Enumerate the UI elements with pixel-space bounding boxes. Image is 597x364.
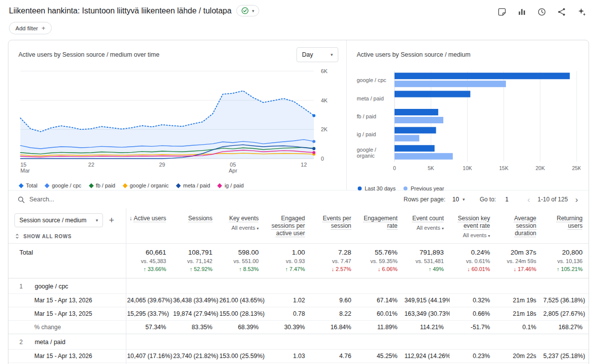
metric-cell: 163,349 (30.73%) xyxy=(403,307,450,321)
clock-icon[interactable] xyxy=(536,6,547,17)
empty-cell xyxy=(218,278,265,294)
pagination-range: 1-10 of 125 xyxy=(538,196,568,203)
metric-cell: 114.21% xyxy=(403,321,450,334)
legend-label: ig / paid xyxy=(224,182,244,188)
share-icon[interactable] xyxy=(556,6,567,17)
column-header[interactable]: Key eventsAll events ▾ xyxy=(218,208,265,244)
report-status-badge[interactable]: ▾ xyxy=(236,5,259,16)
metric-cell: 153.00 (25.59%) xyxy=(218,350,265,363)
show-all-rows-label: SHOW ALL ROWS xyxy=(23,234,72,239)
group-name: google / cpc xyxy=(35,283,68,290)
goto-page-input[interactable] xyxy=(501,196,513,203)
notes-icon[interactable] xyxy=(497,6,507,17)
column-header-label: Session key event rate xyxy=(458,215,490,229)
add-dimension-button[interactable]: + xyxy=(109,215,114,226)
empty-cell xyxy=(265,334,311,350)
column-header[interactable]: Engagement rate xyxy=(357,208,403,244)
empty-cell xyxy=(403,334,450,350)
metric-cell: 45.25% xyxy=(357,350,403,363)
column-header-label: Events per session xyxy=(323,215,351,229)
total-metric-cell: 20,800vs. 10,136↑ 105.21% xyxy=(542,244,589,278)
dimension-select-value: Session source / medium xyxy=(19,217,87,224)
column-header[interactable]: Average session duration xyxy=(496,208,542,244)
svg-text:12: 12 xyxy=(301,162,307,168)
legend-label: Previous year xyxy=(410,185,444,191)
interval-value: Day xyxy=(302,51,313,58)
empty-cell xyxy=(126,334,172,350)
svg-text:0: 0 xyxy=(393,165,396,171)
total-metric-cell: 7.28vs. 7.47↓ 2.57% xyxy=(311,244,357,278)
column-header[interactable]: ↓Active users xyxy=(126,208,172,244)
add-filter-button[interactable]: Add filter + xyxy=(9,22,52,34)
metric-cell: 9.60 xyxy=(311,294,357,307)
prev-page-button[interactable]: ‹ xyxy=(525,195,533,204)
total-change: ↑ 105.21% xyxy=(544,266,583,272)
svg-text:6K: 6K xyxy=(321,68,328,74)
dimension-header-cell: Session source / medium▾+SHOW ALL ROWS xyxy=(8,208,126,244)
bar-chart-title: Active users by Session source / medium xyxy=(357,47,471,58)
table-header-row: Session source / medium▾+SHOW ALL ROWS↓A… xyxy=(8,208,589,244)
group-row: 1google / cpc xyxy=(8,278,589,294)
insights-sparkle-icon[interactable] xyxy=(576,6,587,17)
column-header[interactable]: Events per session xyxy=(311,208,357,244)
search-input[interactable] xyxy=(29,196,139,203)
total-vs-value: vs. 0.93 xyxy=(267,258,305,264)
total-change: ↓ 60.01% xyxy=(452,266,490,272)
svg-text:25K: 25K xyxy=(572,165,581,171)
empty-cell xyxy=(357,278,403,294)
next-page-button[interactable]: › xyxy=(573,195,581,204)
group-index: 2 xyxy=(19,339,23,346)
column-header[interactable]: Returning users xyxy=(542,208,589,244)
total-vs-value: vs. 7.47 xyxy=(313,258,351,264)
column-header[interactable]: Event countAll events ▾ xyxy=(403,208,450,244)
column-header[interactable]: Sessions xyxy=(172,208,218,244)
total-metric-cell: 791,893vs. 531,481↑ 49% xyxy=(403,244,450,278)
total-vs-value: vs. 24m 59s xyxy=(498,258,536,264)
bar-chart-icon[interactable] xyxy=(516,6,527,17)
row-label: % change xyxy=(8,321,126,334)
chevron-down-icon: ▾ xyxy=(96,218,98,223)
column-header-label: Event count xyxy=(412,215,444,222)
goto-label: Go to: xyxy=(480,196,496,203)
group-name-cell: 2meta / paid xyxy=(8,334,126,350)
total-vs-value: vs. 45,383 xyxy=(128,258,167,264)
metric-cell: 11.89% xyxy=(357,321,403,334)
series-marker-icon xyxy=(217,183,222,188)
data-row: Mar 15 - Apr 13, 202610,407 (17.16%)23,7… xyxy=(8,350,589,363)
column-event-filter[interactable]: All events ▾ xyxy=(452,232,490,239)
total-value: 7.28 xyxy=(313,249,351,256)
bar-chart-legend: Last 30 daysPrevious year xyxy=(357,183,581,191)
column-header[interactable]: Engaged sessions per active user xyxy=(265,208,311,244)
total-metric-cell: 0.24%vs. 0.61%↓ 60.01% xyxy=(450,244,496,278)
page-title: Liikenteen hankinta: Istuntoon liittyvä … xyxy=(9,6,231,15)
column-header[interactable]: Session key event rateAll events ▾ xyxy=(450,208,496,244)
column-event-filter[interactable]: All events ▾ xyxy=(220,225,259,232)
metric-cell: 30.39% xyxy=(265,321,311,334)
metric-cell: 60.01% xyxy=(357,307,403,321)
interval-select[interactable]: Day ▾ xyxy=(297,47,338,62)
rows-per-page-select[interactable]: 10 ▾ xyxy=(450,194,467,205)
dimension-select[interactable]: Session source / medium▾ xyxy=(14,213,103,227)
total-change: ↓ 6.06% xyxy=(359,266,398,272)
metric-cell: 19,874 (27.94%) xyxy=(172,307,218,321)
empty-cell xyxy=(403,278,450,294)
column-event-filter[interactable]: All events ▾ xyxy=(405,225,444,232)
metric-cell: 24,065 (39.67%) xyxy=(126,294,172,307)
total-vs-value: vs. 59.35% xyxy=(359,258,398,264)
metric-cell: 0.23% xyxy=(450,350,496,363)
legend-label: Total xyxy=(26,182,37,188)
data-row: % change57.34%83.35%68.39%30.39%16.84%11… xyxy=(8,321,589,334)
total-metric-cell: 60,661vs. 45,383↑ 33.66% xyxy=(126,244,172,278)
series-marker-icon xyxy=(89,183,94,188)
total-vs-value: vs. 0.61% xyxy=(452,258,490,264)
total-metric-cell: 20m 37svs. 24m 59s↓ 17.46% xyxy=(496,244,542,278)
show-all-rows-button[interactable]: SHOW ALL ROWS xyxy=(14,233,120,239)
metric-cell: 68.39% xyxy=(218,321,265,334)
empty-cell xyxy=(542,278,589,294)
total-vs-value: vs. 71,142 xyxy=(174,258,212,264)
total-row: Total60,661vs. 45,383↑ 33.66%108,791vs. … xyxy=(8,244,589,278)
pagination-controls: Rows per page: 10 ▾ Go to: ‹ 1-10 of 125… xyxy=(403,194,581,205)
metric-cell: 21m 19s xyxy=(496,294,542,307)
legend-label: meta / paid xyxy=(183,182,210,188)
metric-cell: 16.84% xyxy=(311,321,357,334)
